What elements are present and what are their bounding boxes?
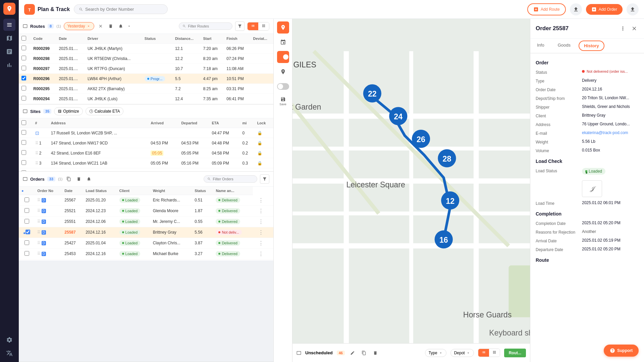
panel-more-button[interactable] (619, 24, 627, 33)
order-checkbox[interactable] (24, 197, 29, 202)
table-row[interactable]: ⠿ 2 42 Strand, London E16 8EF 05:05 05:0… (19, 148, 273, 158)
list-item[interactable]: ⠿ D 25551 2024.12.06 Loaded Mr. Jeremy C… (19, 216, 273, 227)
table-row[interactable]: ⊡ 17 Russell St, London WC2B 5HP, ... 04… (19, 128, 273, 138)
unscheduled-grid-btn[interactable] (489, 349, 500, 357)
order-checkbox[interactable] (24, 208, 29, 213)
depot-filter-button[interactable]: Depot (450, 349, 474, 357)
export-button[interactable] (570, 3, 582, 15)
expand-sites-icon[interactable] (23, 109, 28, 114)
table-row[interactable]: R000298 2025.01.... UK RT5EDW (Christia.… (19, 54, 273, 64)
sites-select-all[interactable] (21, 120, 26, 125)
order-more[interactable]: ⋮ (253, 227, 273, 238)
support-button[interactable]: Support (604, 345, 639, 357)
add-order-extra-button[interactable] (627, 3, 639, 15)
toggle-routes-off[interactable] (277, 83, 289, 90)
order-number[interactable]: 25587 (62, 227, 83, 238)
route-code[interactable]: R000293 (31, 104, 56, 105)
table-row[interactable]: R000296 2025.01.... LW84 4PH (Arthur) Pr… (19, 74, 273, 84)
tab-goods[interactable]: Goods (551, 39, 577, 53)
site-checkbox[interactable] (21, 130, 26, 135)
toggle-routes-on[interactable] (277, 54, 289, 60)
sidebar-item-map[interactable] (3, 32, 15, 44)
route-checkbox[interactable] (21, 46, 26, 50)
add-order-button[interactable]: Add Order (586, 4, 623, 15)
order-number[interactable]: 25547 (62, 259, 83, 260)
expand-unscheduled-icon[interactable] (297, 351, 301, 355)
notification-button[interactable] (117, 22, 124, 30)
order-more[interactable]: ⋮ (253, 205, 273, 216)
route-code[interactable]: R000299 (31, 44, 56, 54)
sidebar-item-settings[interactable] (3, 334, 15, 346)
route-code[interactable]: R000297 (31, 64, 56, 74)
add-route-button[interactable]: Add Route (527, 3, 566, 15)
order-more[interactable]: ⋮ (253, 195, 273, 206)
clear-filter-button[interactable] (97, 22, 104, 30)
drag-handle[interactable]: ⠿ (35, 141, 38, 145)
routes-select-all[interactable] (21, 36, 26, 41)
filter-orders-input[interactable] (213, 177, 254, 181)
route-code[interactable]: R000298 (31, 54, 56, 64)
table-row[interactable]: R000297 2025.01.... UK RT7FG (Duncan) 10… (19, 64, 273, 74)
route-code[interactable]: R000296 (31, 74, 56, 84)
orders-notification-button[interactable] (85, 175, 93, 183)
date-filter-button[interactable]: Yesterday (64, 22, 94, 30)
order-more[interactable]: ⋮ (253, 238, 273, 248)
order-number[interactable]: 25551 (62, 216, 83, 227)
order-checkbox[interactable] (25, 230, 30, 234)
filter-routes-search[interactable] (179, 22, 232, 30)
map-tool-location[interactable] (277, 21, 289, 34)
route-selected-button[interactable]: Rout... (504, 349, 526, 357)
table-row[interactable]: ⠿ 4 76 Upper Ground, London SE1 9PZ,... … (19, 168, 273, 172)
site-checkbox[interactable] (21, 170, 26, 171)
table-row[interactable]: R000294 2025.01.... UK JH9LK (Luis) 12.4… (19, 94, 273, 104)
site-checkbox[interactable] (21, 150, 26, 155)
calculate-eta-button[interactable]: Calculate ETA (86, 107, 124, 115)
table-row[interactable]: R000299 2025.01.... UK JH9LK (Martyn) 12… (19, 44, 273, 54)
filter-orders-search[interactable] (204, 175, 257, 183)
delete-orders-button[interactable] (75, 175, 83, 183)
copy-unscheduled-button[interactable] (360, 349, 368, 357)
sidebar-item-tools[interactable] (3, 347, 15, 359)
drag-handle[interactable]: ⠿ (35, 151, 38, 156)
route-code[interactable]: R000295 (31, 84, 56, 94)
map-tool-pin[interactable] (277, 66, 289, 78)
list-item[interactable]: ⠿ D 25521 2024.12.23 Loaded Glenda Moore… (19, 205, 273, 216)
route-checkbox[interactable] (21, 56, 26, 60)
table-row[interactable]: R000295 2025.01.... AK62 2TX (Barnaby) 7… (19, 84, 273, 94)
optimize-button[interactable]: Optimize (54, 107, 83, 115)
table-row[interactable]: R000293 2025.01.... UK RT7FG (Christian)… (19, 104, 273, 105)
list-item[interactable]: ⠿ D 25427 2025.01.04 Loaded Clayton Chri… (19, 238, 273, 248)
edit-unscheduled-button[interactable] (349, 349, 356, 357)
list-item[interactable]: ● ⠿ D 25587 2024.12.16 Loaded Brittney G… (19, 227, 273, 238)
drag-handle[interactable]: ⠿ (35, 171, 38, 172)
search-input[interactable] (85, 7, 163, 12)
panel-close-button[interactable] (630, 24, 639, 33)
map-tool-toggle-on[interactable] (277, 51, 289, 63)
route-code[interactable]: R000294 (31, 94, 56, 104)
order-number[interactable]: 25567 (62, 195, 83, 206)
unscheduled-table-btn[interactable] (478, 349, 489, 357)
tab-info[interactable]: Info (530, 39, 551, 53)
list-view-button[interactable] (248, 22, 258, 30)
map-tool-route[interactable] (277, 36, 289, 48)
sidebar-item-analytics[interactable] (3, 59, 15, 71)
save-map-button[interactable]: Save (277, 95, 289, 107)
delete-unscheduled-button[interactable] (372, 349, 379, 357)
route-checkbox[interactable] (21, 66, 26, 70)
list-item[interactable]: ⠿ D 25453 2024.12.16 Loaded Michael Burk… (19, 248, 273, 259)
route-checkbox[interactable] (21, 96, 26, 101)
copy-orders-button[interactable] (65, 175, 72, 183)
order-more[interactable]: ⋮ (253, 248, 273, 259)
grid-view-button[interactable] (258, 22, 269, 30)
site-checkbox[interactable] (21, 140, 26, 145)
order-checkbox[interactable] (24, 251, 29, 256)
search-bar[interactable] (74, 4, 168, 14)
drag-handle[interactable]: ⠿ (35, 161, 38, 166)
list-item[interactable]: ⠿ D 25567 2025.01.20 Loaded Eric Richard… (19, 195, 273, 206)
route-checkbox[interactable] (21, 76, 26, 80)
sidebar-item-orders[interactable] (3, 46, 15, 58)
expand-routes-icon[interactable] (23, 24, 28, 28)
order-more[interactable]: ⋮ (253, 216, 273, 227)
type-filter-button[interactable]: Type (425, 349, 446, 357)
order-more[interactable]: ⋮ (253, 259, 273, 260)
